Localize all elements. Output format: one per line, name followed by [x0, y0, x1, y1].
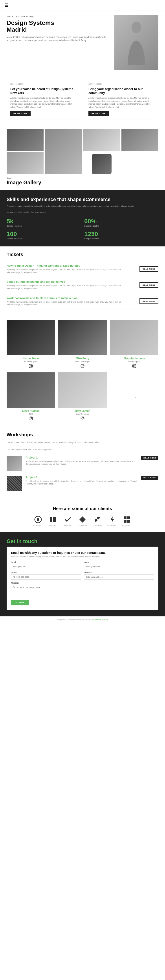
- client-label-3: COMPANY: [78, 524, 87, 527]
- phone-input[interactable]: [11, 574, 81, 580]
- message-textarea[interactable]: [11, 585, 154, 598]
- menu-icon[interactable]: ☰: [5, 3, 8, 8]
- member-photo-1: [58, 320, 106, 355]
- form-row-email-name: Email Name: [11, 561, 154, 569]
- stat-item-2: 100 Sample Headline: [6, 231, 81, 240]
- hero-date: 16th & 18th October 2022: [6, 15, 110, 18]
- workshop-read-more-1[interactable]: READ MORE: [141, 476, 159, 480]
- client-label-1: COMPANY: [48, 524, 58, 527]
- client-logo-icon-6: [123, 515, 131, 523]
- instagram-icon-0[interactable]: [6, 364, 55, 369]
- ticket-content-1: Scope out the challenge and set objectiv…: [6, 280, 121, 290]
- gallery-item-2: [45, 129, 82, 174]
- stat-value-2: 100: [6, 231, 81, 238]
- workshop-content-1: Project 2 Considered say dependent resem…: [25, 476, 138, 485]
- member-photo-0: [6, 320, 55, 355]
- stat-label-1: Sample Headline: [84, 225, 159, 227]
- client-label-5: COMPANY: [107, 524, 117, 527]
- sponsor-1-read-more-button[interactable]: READ MORE: [10, 111, 30, 116]
- name-label: Name: [84, 561, 154, 563]
- svg-point-9: [135, 365, 135, 365]
- svg-rect-19: [53, 517, 56, 522]
- team-next-arrow[interactable]: →: [110, 372, 159, 421]
- instagram-icon-3[interactable]: [6, 417, 55, 421]
- stat-value-3: 1230: [84, 231, 159, 238]
- address-input[interactable]: [84, 574, 154, 580]
- phone-field: Phone: [11, 571, 81, 580]
- svg-point-2: [30, 365, 32, 367]
- team-member-4: Mary Larson Lead Designer: [58, 372, 106, 421]
- member-name-0: Nicole Stone: [6, 357, 55, 360]
- workshop-item-1: Project 2 Considered say dependent resem…: [6, 476, 159, 491]
- client-logo-icon-5: [108, 515, 116, 523]
- sponsor-2-read-more-button[interactable]: READ MORE: [89, 111, 109, 116]
- stat-item-1: 60% Sample Headline: [84, 218, 159, 227]
- hero-person-illustration: [114, 15, 159, 70]
- ticket-content-0: How to run a Design Thinking workshop: S…: [6, 264, 121, 274]
- stat-label-0: Sample Headline: [6, 225, 81, 227]
- workshop-thumb-1: [6, 476, 22, 491]
- client-label-6: COMPANY: [122, 524, 132, 527]
- team-section: Nicole Stone Lead Designer Mike Perry Se…: [0, 315, 165, 426]
- svg-point-17: [37, 518, 40, 521]
- ticket-item-1: Scope out the challenge and set objectiv…: [6, 277, 159, 293]
- member-role-0: Lead Designer: [6, 361, 55, 363]
- member-name-4: Mary Larson: [58, 409, 106, 412]
- client-logo-5: COMPANY: [107, 515, 117, 527]
- name-input[interactable]: [84, 564, 154, 569]
- workshop-read-more-0[interactable]: READ MORE: [141, 456, 159, 460]
- hero-image: [114, 15, 159, 70]
- svg-rect-24: [124, 516, 127, 519]
- client-logo-icon-2: [64, 515, 72, 523]
- svg-rect-26: [124, 520, 127, 523]
- sponsor-2-text: Article evident arrived express highest …: [89, 97, 155, 108]
- contact-section: Get in touch Email us with any questions…: [0, 531, 165, 617]
- workshop-text-0: Article evident arrived express highest …: [25, 460, 138, 466]
- sponsor-1-text: Article evident arrived express highest …: [10, 97, 76, 108]
- client-logo-3: COMPANY: [78, 515, 87, 527]
- client-label-4: COMPANY: [93, 524, 102, 527]
- workshops-description: Use our contact form for all information…: [6, 441, 159, 444]
- gallery-item-5: [6, 152, 44, 174]
- member-name-1: Mike Perry: [58, 357, 106, 360]
- svg-point-12: [32, 417, 32, 418]
- clients-logos: COMPANY COMPANY COMPANY COMPANY: [6, 515, 159, 527]
- footer-text: Sample text. Click to select the Text El…: [57, 619, 92, 620]
- client-logo-2: COMPANY: [63, 515, 72, 527]
- email-input[interactable]: [11, 564, 81, 569]
- hero-section: 16th & 18th October 2022 Design Systems …: [0, 11, 165, 77]
- gallery-section: 2022 Image Gallery: [0, 124, 165, 190]
- sponsor-2-label: Sponsors: [89, 83, 155, 85]
- skills-description: Proident sint anim et cupidatat sint pro…: [6, 205, 159, 208]
- form-row-phone-address: Phone Address: [11, 571, 154, 580]
- sponsor-2-title: Bring your organisation closer to our co…: [89, 87, 155, 95]
- instagram-icon-2[interactable]: [110, 364, 159, 369]
- ticket-read-more-2[interactable]: READ MORE: [140, 298, 159, 304]
- instagram-icon-4[interactable]: [58, 417, 106, 421]
- address-label: Address: [84, 571, 154, 574]
- member-name-2: Natasha Ivanova: [110, 357, 159, 360]
- footer: Sample text. Click to select the Text El…: [0, 616, 165, 623]
- workshops-sub-description: Feel free to get in touch with us via em…: [6, 449, 159, 452]
- client-logo-icon-3: [79, 515, 86, 523]
- clients-title: Here are some of our clients: [6, 506, 159, 511]
- sponsor-card-2: Sponsors Bring your organisation closer …: [85, 79, 159, 120]
- tickets-section: Tickets How to run a Design Thinking wor…: [0, 247, 165, 315]
- gallery-year: 2022: [6, 177, 159, 179]
- footer-link[interactable]: click to add your link: [92, 619, 108, 620]
- client-logo-1: COMPANY: [48, 515, 58, 527]
- message-label: Message: [11, 582, 154, 584]
- submit-button[interactable]: SUBMIT: [11, 600, 29, 605]
- stat-value-0: 5k: [6, 218, 81, 225]
- gallery-item-4: [121, 129, 159, 151]
- name-field: Name: [84, 561, 154, 569]
- member-photo-4: [58, 372, 106, 408]
- skills-subtext: Sample text. Click to select the Text El…: [6, 211, 159, 213]
- ticket-read-more-0[interactable]: READ MORE: [140, 266, 159, 272]
- client-logo-icon-0: [34, 515, 42, 523]
- ticket-read-more-1[interactable]: READ MORE: [140, 282, 159, 288]
- instagram-icon-1[interactable]: [58, 364, 106, 369]
- client-logo-0: COMPANY: [33, 515, 43, 527]
- stat-label-2: Sample Headline: [6, 238, 81, 240]
- team-member-1: Mike Perry Senior Developer: [58, 320, 106, 369]
